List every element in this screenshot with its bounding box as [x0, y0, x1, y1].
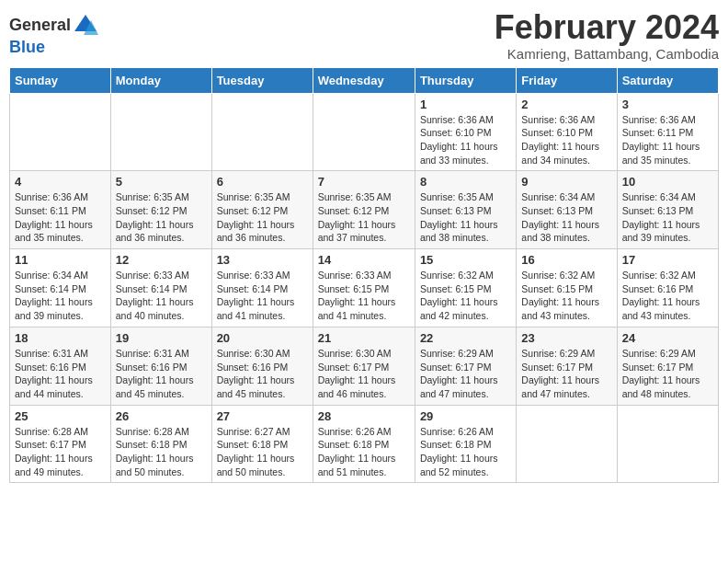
month-year-title: February 2024	[495, 9, 719, 46]
day-cell-4: 4Sunrise: 6:36 AM Sunset: 6:11 PM Daylig…	[10, 171, 111, 249]
day-number: 23	[521, 331, 611, 345]
day-number: 9	[521, 175, 611, 189]
day-number: 3	[622, 98, 713, 111]
calendar-header-row: SundayMondayTuesdayWednesdayThursdayFrid…	[10, 67, 719, 93]
column-header-thursday: Thursday	[415, 67, 516, 93]
day-cell-17: 17Sunrise: 6:32 AM Sunset: 6:16 PM Dayli…	[617, 249, 718, 327]
day-cell-24: 24Sunrise: 6:29 AM Sunset: 6:17 PM Dayli…	[617, 327, 718, 405]
day-number: 5	[116, 175, 207, 189]
day-cell-8: 8Sunrise: 6:35 AM Sunset: 6:13 PM Daylig…	[415, 171, 516, 249]
day-info: Sunrise: 6:34 AM Sunset: 6:13 PM Dayligh…	[521, 190, 611, 245]
day-number: 21	[318, 331, 410, 345]
day-info: Sunrise: 6:35 AM Sunset: 6:12 PM Dayligh…	[116, 190, 207, 245]
column-header-monday: Monday	[110, 67, 211, 93]
day-info: Sunrise: 6:33 AM Sunset: 6:14 PM Dayligh…	[217, 269, 308, 323]
title-area: February 2024 Kamrieng, Battambang, Camb…	[495, 9, 719, 62]
day-cell-27: 27Sunrise: 6:27 AM Sunset: 6:18 PM Dayli…	[211, 405, 313, 483]
column-header-friday: Friday	[517, 67, 617, 93]
day-number: 27	[217, 409, 308, 423]
day-cell-11: 11Sunrise: 6:34 AM Sunset: 6:14 PM Dayli…	[10, 249, 111, 327]
logo: General Blue	[9, 13, 98, 57]
day-cell-3: 3Sunrise: 6:36 AM Sunset: 6:11 PM Daylig…	[617, 93, 718, 171]
day-info: Sunrise: 6:33 AM Sunset: 6:15 PM Dayligh…	[318, 269, 410, 323]
day-info: Sunrise: 6:36 AM Sunset: 6:11 PM Dayligh…	[15, 190, 106, 245]
day-info: Sunrise: 6:26 AM Sunset: 6:18 PM Dayligh…	[420, 425, 511, 479]
calendar-week-5: 25Sunrise: 6:28 AM Sunset: 6:17 PM Dayli…	[10, 405, 719, 483]
day-number: 7	[318, 175, 410, 189]
day-info: Sunrise: 6:28 AM Sunset: 6:17 PM Dayligh…	[15, 425, 106, 479]
empty-cell	[211, 93, 313, 171]
empty-cell	[617, 405, 718, 483]
day-cell-28: 28Sunrise: 6:26 AM Sunset: 6:18 PM Dayli…	[313, 405, 415, 483]
day-cell-6: 6Sunrise: 6:35 AM Sunset: 6:12 PM Daylig…	[211, 171, 313, 249]
day-info: Sunrise: 6:29 AM Sunset: 6:17 PM Dayligh…	[420, 347, 511, 401]
day-number: 2	[521, 98, 611, 111]
day-number: 13	[217, 253, 308, 267]
day-number: 24	[622, 331, 713, 345]
day-info: Sunrise: 6:31 AM Sunset: 6:16 PM Dayligh…	[15, 347, 106, 401]
logo-icon	[73, 13, 98, 39]
day-info: Sunrise: 6:34 AM Sunset: 6:14 PM Dayligh…	[15, 269, 106, 323]
logo-blue-text: Blue	[9, 39, 98, 57]
day-info: Sunrise: 6:33 AM Sunset: 6:14 PM Dayligh…	[116, 269, 207, 323]
day-number: 29	[420, 409, 511, 423]
day-cell-13: 13Sunrise: 6:33 AM Sunset: 6:14 PM Dayli…	[211, 249, 313, 327]
day-info: Sunrise: 6:32 AM Sunset: 6:15 PM Dayligh…	[420, 269, 511, 323]
day-info: Sunrise: 6:35 AM Sunset: 6:13 PM Dayligh…	[420, 190, 511, 245]
day-info: Sunrise: 6:35 AM Sunset: 6:12 PM Dayligh…	[318, 190, 410, 245]
day-info: Sunrise: 6:30 AM Sunset: 6:17 PM Dayligh…	[318, 347, 410, 401]
day-number: 11	[15, 253, 106, 267]
day-info: Sunrise: 6:36 AM Sunset: 6:11 PM Dayligh…	[622, 113, 713, 167]
empty-cell	[110, 93, 211, 171]
day-number: 18	[15, 331, 106, 345]
day-number: 15	[420, 253, 511, 267]
calendar-week-3: 11Sunrise: 6:34 AM Sunset: 6:14 PM Dayli…	[10, 249, 719, 327]
day-number: 12	[116, 253, 207, 267]
day-number: 14	[318, 253, 410, 267]
day-info: Sunrise: 6:27 AM Sunset: 6:18 PM Dayligh…	[217, 425, 308, 479]
column-header-saturday: Saturday	[617, 67, 718, 93]
day-number: 26	[116, 409, 207, 423]
empty-cell	[313, 93, 415, 171]
column-header-wednesday: Wednesday	[313, 67, 415, 93]
calendar-week-4: 18Sunrise: 6:31 AM Sunset: 6:16 PM Dayli…	[10, 327, 719, 405]
day-number: 19	[116, 331, 207, 345]
day-info: Sunrise: 6:30 AM Sunset: 6:16 PM Dayligh…	[217, 347, 308, 401]
column-header-sunday: Sunday	[10, 67, 111, 93]
day-info: Sunrise: 6:35 AM Sunset: 6:12 PM Dayligh…	[217, 190, 308, 245]
day-cell-23: 23Sunrise: 6:29 AM Sunset: 6:17 PM Dayli…	[517, 327, 617, 405]
day-cell-15: 15Sunrise: 6:32 AM Sunset: 6:15 PM Dayli…	[415, 249, 516, 327]
day-cell-19: 19Sunrise: 6:31 AM Sunset: 6:16 PM Dayli…	[110, 327, 211, 405]
day-info: Sunrise: 6:31 AM Sunset: 6:16 PM Dayligh…	[116, 347, 207, 401]
day-number: 8	[420, 175, 511, 189]
day-info: Sunrise: 6:34 AM Sunset: 6:13 PM Dayligh…	[622, 190, 713, 245]
day-info: Sunrise: 6:26 AM Sunset: 6:18 PM Dayligh…	[318, 425, 410, 479]
day-number: 4	[15, 175, 106, 189]
day-cell-9: 9Sunrise: 6:34 AM Sunset: 6:13 PM Daylig…	[517, 171, 617, 249]
calendar-table: SundayMondayTuesdayWednesdayThursdayFrid…	[9, 67, 719, 484]
day-cell-25: 25Sunrise: 6:28 AM Sunset: 6:17 PM Dayli…	[10, 405, 111, 483]
header: General Blue February 2024 Kamrieng, Bat…	[9, 9, 719, 62]
day-cell-22: 22Sunrise: 6:29 AM Sunset: 6:17 PM Dayli…	[415, 327, 516, 405]
day-cell-21: 21Sunrise: 6:30 AM Sunset: 6:17 PM Dayli…	[313, 327, 415, 405]
empty-cell	[10, 93, 111, 171]
day-cell-10: 10Sunrise: 6:34 AM Sunset: 6:13 PM Dayli…	[617, 171, 718, 249]
day-info: Sunrise: 6:32 AM Sunset: 6:15 PM Dayligh…	[521, 269, 611, 323]
day-number: 1	[420, 98, 511, 111]
day-cell-16: 16Sunrise: 6:32 AM Sunset: 6:15 PM Dayli…	[517, 249, 617, 327]
day-number: 6	[217, 175, 308, 189]
location-subtitle: Kamrieng, Battambang, Cambodia	[495, 46, 719, 62]
day-cell-18: 18Sunrise: 6:31 AM Sunset: 6:16 PM Dayli…	[10, 327, 111, 405]
day-cell-12: 12Sunrise: 6:33 AM Sunset: 6:14 PM Dayli…	[110, 249, 211, 327]
day-number: 20	[217, 331, 308, 345]
day-number: 25	[15, 409, 106, 423]
day-cell-2: 2Sunrise: 6:36 AM Sunset: 6:10 PM Daylig…	[517, 93, 617, 171]
day-number: 16	[521, 253, 611, 267]
day-info: Sunrise: 6:32 AM Sunset: 6:16 PM Dayligh…	[622, 269, 713, 323]
calendar-week-2: 4Sunrise: 6:36 AM Sunset: 6:11 PM Daylig…	[10, 171, 719, 249]
day-cell-20: 20Sunrise: 6:30 AM Sunset: 6:16 PM Dayli…	[211, 327, 313, 405]
day-info: Sunrise: 6:28 AM Sunset: 6:18 PM Dayligh…	[116, 425, 207, 479]
logo-general-text: General	[9, 17, 71, 35]
day-cell-14: 14Sunrise: 6:33 AM Sunset: 6:15 PM Dayli…	[313, 249, 415, 327]
day-number: 22	[420, 331, 511, 345]
